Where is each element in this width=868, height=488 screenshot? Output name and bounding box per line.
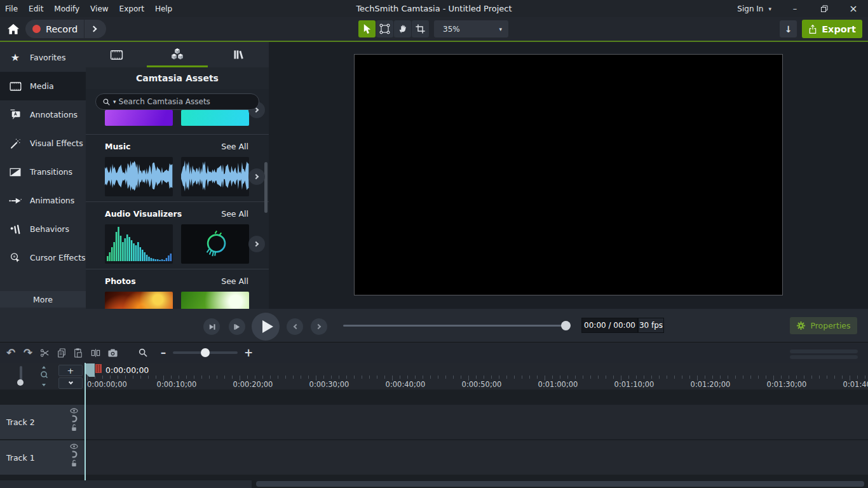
sign-in-button[interactable]: Sign In ▾ bbox=[728, 0, 780, 17]
menu-file[interactable]: File bbox=[5, 4, 18, 13]
select-tool-button[interactable] bbox=[358, 20, 376, 37]
lock-open-icon[interactable] bbox=[71, 459, 78, 467]
redo-button[interactable]: ↷ bbox=[20, 345, 36, 360]
sidebar-item-visual-effects[interactable]: Visual Effects bbox=[0, 129, 86, 158]
add-track-button[interactable]: + bbox=[58, 365, 83, 376]
copy-button[interactable] bbox=[54, 345, 69, 360]
record-button[interactable]: Record bbox=[25, 20, 106, 38]
sidebar-item-cursor-effects[interactable]: Cursor Effects bbox=[0, 243, 86, 272]
scroll-right-button[interactable] bbox=[248, 168, 265, 185]
see-all-audio-visualizers-link[interactable]: See All bbox=[221, 209, 248, 219]
menu-help[interactable]: Help bbox=[155, 4, 172, 13]
section-divider bbox=[86, 201, 269, 202]
eye-icon[interactable] bbox=[70, 444, 78, 449]
ruler-tick bbox=[606, 376, 606, 379]
ruler-tick bbox=[796, 376, 797, 379]
playback-scrubber-handle[interactable] bbox=[561, 321, 571, 330]
menu-edit[interactable]: Edit bbox=[29, 4, 43, 13]
pan-tool-button[interactable] bbox=[394, 20, 411, 37]
restore-button[interactable] bbox=[810, 0, 839, 17]
preview-canvas[interactable] bbox=[354, 54, 783, 295]
zoom-out-button[interactable]: – bbox=[156, 345, 171, 360]
menu-export[interactable]: Export bbox=[119, 4, 144, 13]
music-asset-thumbnail[interactable] bbox=[181, 157, 249, 196]
search-input[interactable] bbox=[119, 97, 233, 106]
playback-scrubber-track[interactable] bbox=[343, 325, 569, 327]
timeline-zoom-button[interactable] bbox=[135, 345, 151, 360]
sidebar-item-favorites[interactable]: ★ Favorites bbox=[0, 43, 86, 72]
next-frame-button[interactable] bbox=[229, 318, 245, 335]
panel-scrollbar[interactable] bbox=[264, 162, 268, 213]
sidebar-item-annotations[interactable]: Annotations bbox=[0, 100, 86, 129]
properties-button[interactable]: Properties bbox=[790, 317, 857, 334]
sidebar-item-behaviors[interactable]: Behaviors bbox=[0, 215, 86, 243]
track-lane[interactable] bbox=[85, 440, 868, 475]
tab-media-bin[interactable] bbox=[86, 42, 147, 67]
camera-icon bbox=[107, 348, 118, 358]
music-asset-thumbnail[interactable] bbox=[105, 157, 173, 196]
zoom-level-select[interactable]: 35% ▾ bbox=[434, 20, 508, 37]
track-row: Track 1 bbox=[0, 440, 868, 475]
assets-search-box[interactable]: ▾ bbox=[95, 93, 259, 110]
close-button[interactable]: × bbox=[839, 0, 868, 17]
menu-modify[interactable]: Modify bbox=[54, 4, 79, 13]
tab-camtasia-assets[interactable] bbox=[147, 42, 208, 67]
ruler-label: 0:01:10;00 bbox=[614, 380, 654, 389]
track-lane[interactable] bbox=[85, 405, 868, 439]
home-button[interactable] bbox=[4, 20, 23, 38]
photo-thumbnail[interactable] bbox=[105, 292, 173, 309]
magnet-icon[interactable] bbox=[71, 451, 78, 458]
timeline-ruler[interactable]: 0:00:00;00 0:00:00;000:00:10;000:00:20;0… bbox=[85, 363, 868, 390]
playhead-line[interactable] bbox=[85, 363, 86, 480]
split-button[interactable] bbox=[88, 345, 103, 360]
track-header[interactable]: Track 2 bbox=[0, 405, 85, 439]
cut-button[interactable] bbox=[37, 345, 52, 360]
timeline-scrollbar-lower[interactable] bbox=[790, 355, 858, 359]
download-button[interactable]: ↓ bbox=[780, 20, 797, 37]
fps-display[interactable]: 30 fps bbox=[638, 318, 664, 333]
zoom-in-button[interactable]: + bbox=[241, 345, 256, 360]
undo-button[interactable]: ↶ bbox=[3, 345, 18, 360]
edit-points-tool-button[interactable] bbox=[376, 20, 393, 37]
audio-visualizer-thumbnail[interactable] bbox=[181, 224, 249, 264]
tab-library[interactable] bbox=[208, 42, 269, 67]
eye-icon[interactable] bbox=[70, 408, 78, 414]
timeline-horizontal-scrollbar[interactable] bbox=[256, 481, 864, 487]
ruler-tick bbox=[384, 376, 385, 379]
screenshot-button[interactable] bbox=[105, 345, 120, 360]
time-value: 00:00 / 00:00 bbox=[584, 321, 635, 330]
sidebar-label: Visual Effects bbox=[30, 139, 83, 148]
audio-visualizer-thumbnail[interactable] bbox=[105, 224, 173, 264]
more-label: More bbox=[33, 295, 53, 304]
track-options-button[interactable] bbox=[58, 377, 83, 389]
sidebar-item-animations[interactable]: Animations bbox=[0, 186, 86, 215]
crop-tool-button[interactable] bbox=[412, 20, 429, 37]
lock-open-icon[interactable] bbox=[71, 424, 78, 431]
play-button[interactable] bbox=[252, 313, 280, 341]
sidebar-more-button[interactable]: More bbox=[0, 291, 86, 308]
magnet-icon[interactable] bbox=[71, 415, 78, 423]
record-options-button[interactable] bbox=[85, 27, 103, 31]
jump-forward-button[interactable] bbox=[311, 318, 327, 335]
minimize-button[interactable]: – bbox=[780, 0, 810, 17]
timeline-zoom-slider-handle[interactable] bbox=[201, 348, 210, 357]
ruler-tick bbox=[522, 376, 522, 379]
menu-view[interactable]: View bbox=[90, 4, 108, 13]
timeline-scrollbar-upper[interactable] bbox=[790, 349, 858, 353]
jump-back-button[interactable] bbox=[287, 318, 303, 335]
previous-frame-button[interactable] bbox=[203, 318, 220, 335]
see-all-photos-link[interactable]: See All bbox=[221, 276, 248, 286]
photo-thumbnail[interactable] bbox=[181, 292, 249, 309]
sidebar-item-media[interactable]: Media bbox=[0, 72, 86, 100]
scroll-right-button[interactable] bbox=[248, 236, 265, 252]
export-button[interactable]: Export bbox=[802, 20, 862, 38]
gradient-asset-thumbnail[interactable] bbox=[181, 110, 249, 126]
track-height-slider-handle[interactable] bbox=[17, 379, 24, 386]
ruler-tick bbox=[232, 376, 233, 379]
zoom-to-fit-icon[interactable] bbox=[39, 365, 48, 387]
gradient-asset-thumbnail[interactable] bbox=[105, 110, 173, 126]
see-all-music-link[interactable]: See All bbox=[221, 142, 248, 151]
sidebar-item-transitions[interactable]: Transitions bbox=[0, 158, 86, 186]
paste-button[interactable] bbox=[71, 345, 86, 360]
track-header[interactable]: Track 1 bbox=[0, 440, 85, 475]
